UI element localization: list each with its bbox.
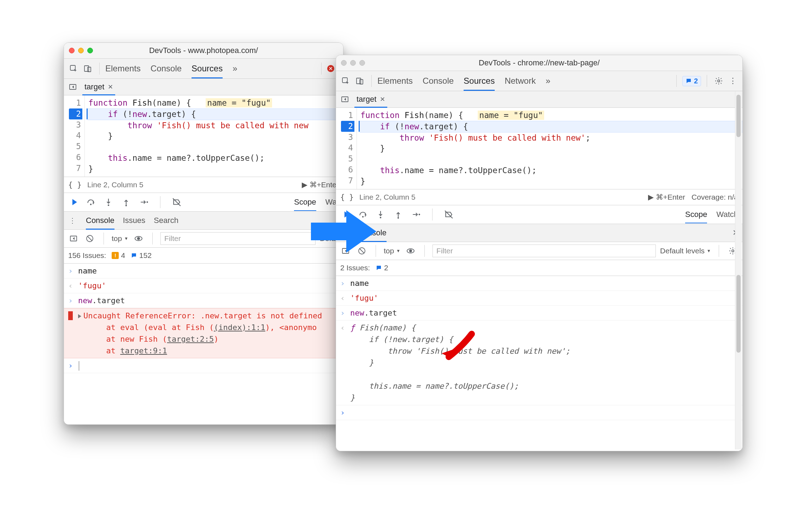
close-file-tab-icon[interactable]: ✕: [108, 83, 113, 91]
svg-point-7: [147, 201, 148, 203]
toggle-console-sidebar-icon[interactable]: [67, 233, 80, 245]
minimize-window-button[interactable]: [350, 60, 356, 66]
traffic-lights: [341, 60, 365, 66]
expand-error-icon[interactable]: [78, 314, 81, 318]
stack-link[interactable]: (index):1:1: [214, 323, 265, 332]
more-menu-icon[interactable]: ⋮: [727, 75, 739, 87]
close-window-button[interactable]: [69, 48, 75, 53]
console-body[interactable]: ›name ‹'fugu' ›new.target ✕ Uncaught Ref…: [64, 264, 343, 424]
window-title: DevTools - chrome://new-tab-page/: [479, 58, 600, 67]
svg-point-4: [90, 204, 92, 205]
settings-icon[interactable]: [713, 75, 725, 87]
panel-tab-scope[interactable]: Scope: [685, 206, 707, 223]
tab-sources[interactable]: Sources: [464, 71, 495, 91]
issues-summary-row[interactable]: 2 Issues: 2: [336, 260, 742, 276]
drawer-header: ⋮ Console Issues Search: [64, 212, 343, 230]
step-out-button[interactable]: [393, 210, 403, 219]
tab-elements[interactable]: Elements: [105, 59, 141, 78]
scrollbar-thumb[interactable]: [736, 275, 741, 353]
console-filter-input[interactable]: Filter: [433, 245, 656, 257]
drawer-menu-icon[interactable]: ⋮: [67, 216, 77, 225]
drawer-tab-search[interactable]: Search: [154, 212, 178, 229]
console-prompt[interactable]: ›: [336, 405, 742, 420]
drawer-header: ⋮ Console ✕: [336, 224, 742, 242]
context-selector[interactable]: top▼: [384, 247, 400, 255]
inspect-icon[interactable]: [67, 63, 80, 75]
resume-button[interactable]: [68, 197, 78, 207]
svg-rect-13: [360, 80, 363, 84]
traffic-lights: [69, 48, 93, 53]
svg-rect-2: [88, 67, 91, 72]
line-number-gutter: 1234567: [336, 108, 357, 189]
drawer-tab-issues[interactable]: Issues: [123, 212, 146, 229]
code-editor[interactable]: 1234567 function Fish(name) { name = "fu…: [336, 108, 742, 189]
minimize-window-button[interactable]: [78, 48, 84, 53]
run-snippet-hint[interactable]: ▶ ⌘+Enter: [648, 193, 685, 201]
line-number-gutter: 1234567: [64, 95, 85, 177]
svg-rect-12: [357, 78, 361, 84]
main-toolbar: Elements Console Sources » ✕ 1: [64, 59, 343, 79]
tab-console[interactable]: Console: [151, 59, 182, 78]
step-over-button[interactable]: [86, 197, 96, 207]
issues-info-chip: 2: [376, 264, 388, 272]
scrollbar-track[interactable]: [735, 91, 742, 449]
context-selector[interactable]: top▼: [112, 234, 128, 243]
live-expression-icon[interactable]: [405, 245, 417, 257]
step-out-button[interactable]: [121, 197, 131, 207]
pretty-print-icon[interactable]: { }: [340, 193, 354, 201]
tab-console[interactable]: Console: [423, 71, 454, 91]
deactivate-breakpoints-button[interactable]: [172, 197, 182, 207]
run-snippet-hint[interactable]: ▶ ⌘+Enter: [302, 181, 339, 189]
console-filter-row: top▼ Filter Defau: [64, 230, 343, 248]
show-navigator-icon[interactable]: [67, 81, 79, 93]
svg-point-17: [380, 217, 381, 218]
stack-link[interactable]: target:2:5: [167, 335, 214, 343]
file-tab-strip: target ✕: [64, 79, 343, 95]
svg-point-23: [732, 250, 734, 252]
step-into-button[interactable]: [104, 197, 113, 207]
debugger-toolbar: Scope Wat: [64, 193, 343, 212]
file-tab-target[interactable]: target ✕: [354, 91, 387, 107]
debugger-toolbar: Scope Watch: [336, 205, 742, 224]
drawer-tab-console[interactable]: Console: [86, 212, 114, 229]
scrollbar-thumb[interactable]: [736, 95, 741, 137]
tab-network[interactable]: Network: [505, 71, 536, 91]
stack-link[interactable]: target:9:1: [120, 346, 167, 355]
tabs-more[interactable]: »: [233, 59, 237, 78]
coverage-hint: Coverage: n/a: [692, 193, 738, 201]
log-levels-selector[interactable]: Default levels▼: [660, 247, 711, 255]
tab-elements[interactable]: Elements: [377, 71, 413, 91]
clear-console-icon[interactable]: [84, 233, 96, 245]
step-button[interactable]: [139, 197, 149, 207]
file-tab-target[interactable]: target ✕: [82, 79, 115, 95]
svg-point-19: [419, 214, 420, 215]
console-prompt[interactable]: ›: [64, 358, 343, 373]
show-navigator-icon[interactable]: [339, 93, 351, 105]
tabs-more[interactable]: »: [546, 71, 550, 91]
info-count-badge[interactable]: 2: [682, 76, 701, 86]
inspect-icon[interactable]: [340, 75, 352, 87]
titlebar: DevTools - www.photopea.com/: [64, 43, 343, 59]
tab-sources[interactable]: Sources: [192, 59, 223, 78]
device-toolbar-icon[interactable]: [354, 75, 366, 87]
console-body[interactable]: ›name ‹'fugu' ›new.target ‹ ƒ ƒ Fish(nam…: [336, 276, 742, 451]
deactivate-breakpoints-button[interactable]: [444, 210, 454, 219]
zoom-window-button[interactable]: [359, 60, 365, 66]
cursor-position: Line 2, Column 5: [87, 181, 143, 189]
issues-summary-row[interactable]: 156 Issues: ! 4 152: [64, 248, 343, 264]
issues-label: 156 Issues:: [68, 251, 106, 260]
file-tab-label: target: [84, 82, 104, 92]
pretty-print-icon[interactable]: { }: [68, 181, 82, 189]
cursor-position: Line 2, Column 5: [359, 193, 416, 201]
code-editor[interactable]: 1234567 function Fish(name) { name = "fu…: [64, 95, 343, 177]
close-file-tab-icon[interactable]: ✕: [380, 95, 385, 103]
device-toolbar-icon[interactable]: [82, 63, 94, 75]
step-button[interactable]: [411, 210, 421, 219]
console-function-output: ‹ ƒ ƒ Fish(name) {Fish(name) { if (!new.…: [336, 320, 742, 405]
zoom-window-button[interactable]: [87, 48, 93, 53]
live-expression-icon[interactable]: [133, 233, 145, 245]
info-icon: [376, 265, 382, 271]
console-filter-input[interactable]: Filter: [160, 232, 316, 245]
close-window-button[interactable]: [341, 60, 347, 66]
comparison-arrow-icon: [307, 205, 378, 258]
